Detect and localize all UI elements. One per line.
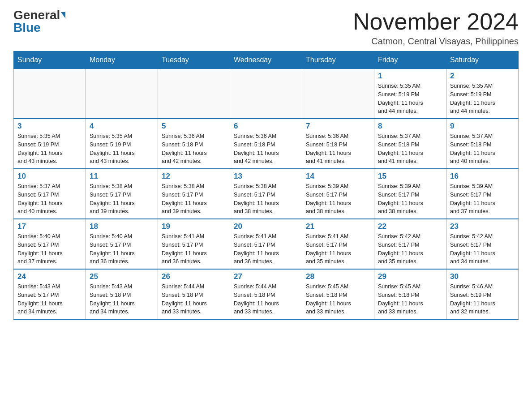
calendar-cell: 11Sunrise: 5:38 AM Sunset: 5:17 PM Dayli…: [86, 169, 158, 219]
calendar-cell: 29Sunrise: 5:45 AM Sunset: 5:18 PM Dayli…: [374, 269, 446, 319]
day-info: Sunrise: 5:39 AM Sunset: 5:17 PM Dayligh…: [450, 182, 515, 216]
calendar-cell: [302, 69, 374, 119]
calendar-cell: 13Sunrise: 5:38 AM Sunset: 5:17 PM Dayli…: [230, 169, 302, 219]
day-info: Sunrise: 5:45 AM Sunset: 5:18 PM Dayligh…: [306, 283, 370, 316]
day-info: Sunrise: 5:37 AM Sunset: 5:18 PM Dayligh…: [378, 132, 442, 166]
day-info: Sunrise: 5:43 AM Sunset: 5:18 PM Dayligh…: [90, 283, 154, 316]
calendar-cell: 25Sunrise: 5:43 AM Sunset: 5:18 PM Dayli…: [86, 269, 158, 319]
day-info: Sunrise: 5:35 AM Sunset: 5:19 PM Dayligh…: [450, 82, 515, 116]
day-number: 22: [378, 222, 442, 231]
day-number: 24: [17, 272, 82, 281]
week-row-4: 17Sunrise: 5:40 AM Sunset: 5:17 PM Dayli…: [14, 219, 519, 269]
calendar-cell: 15Sunrise: 5:39 AM Sunset: 5:17 PM Dayli…: [374, 169, 446, 219]
header-wednesday: Wednesday: [230, 51, 302, 69]
day-number: 16: [450, 172, 515, 181]
day-number: 21: [306, 222, 370, 231]
calendar-cell: 12Sunrise: 5:38 AM Sunset: 5:17 PM Dayli…: [158, 169, 230, 219]
day-info: Sunrise: 5:46 AM Sunset: 5:19 PM Dayligh…: [450, 283, 515, 316]
calendar-cell: 8Sunrise: 5:37 AM Sunset: 5:18 PM Daylig…: [374, 119, 446, 169]
day-info: Sunrise: 5:38 AM Sunset: 5:17 PM Dayligh…: [234, 182, 298, 216]
day-info: Sunrise: 5:36 AM Sunset: 5:18 PM Dayligh…: [306, 132, 370, 166]
day-info: Sunrise: 5:41 AM Sunset: 5:17 PM Dayligh…: [306, 232, 370, 266]
day-info: Sunrise: 5:35 AM Sunset: 5:19 PM Dayligh…: [378, 82, 442, 116]
logo: General Blue: [13, 9, 65, 34]
calendar-cell: [14, 69, 86, 119]
calendar-cell: 22Sunrise: 5:42 AM Sunset: 5:17 PM Dayli…: [374, 219, 446, 269]
title-section: November 2024 Catmon, Central Visayas, P…: [353, 9, 519, 47]
calendar-cell: 30Sunrise: 5:46 AM Sunset: 5:19 PM Dayli…: [446, 269, 519, 319]
day-number: 18: [90, 222, 154, 231]
day-info: Sunrise: 5:37 AM Sunset: 5:18 PM Dayligh…: [450, 132, 515, 166]
day-info: Sunrise: 5:42 AM Sunset: 5:17 PM Dayligh…: [450, 232, 515, 266]
day-number: 3: [17, 122, 82, 131]
day-number: 19: [162, 222, 226, 231]
week-row-3: 10Sunrise: 5:37 AM Sunset: 5:17 PM Dayli…: [14, 169, 519, 219]
day-info: Sunrise: 5:40 AM Sunset: 5:17 PM Dayligh…: [90, 232, 154, 266]
day-info: Sunrise: 5:35 AM Sunset: 5:19 PM Dayligh…: [90, 132, 154, 166]
day-number: 13: [234, 172, 298, 181]
day-number: 25: [90, 272, 154, 281]
calendar-cell: 10Sunrise: 5:37 AM Sunset: 5:17 PM Dayli…: [14, 169, 86, 219]
day-number: 14: [306, 172, 370, 181]
calendar-cell: 28Sunrise: 5:45 AM Sunset: 5:18 PM Dayli…: [302, 269, 374, 319]
day-number: 28: [306, 272, 370, 281]
day-info: Sunrise: 5:38 AM Sunset: 5:17 PM Dayligh…: [162, 182, 226, 216]
day-number: 15: [378, 172, 442, 181]
calendar-body: 1Sunrise: 5:35 AM Sunset: 5:19 PM Daylig…: [14, 69, 519, 320]
calendar-cell: 4Sunrise: 5:35 AM Sunset: 5:19 PM Daylig…: [86, 119, 158, 169]
day-info: Sunrise: 5:41 AM Sunset: 5:17 PM Dayligh…: [162, 232, 226, 266]
calendar-cell: 5Sunrise: 5:36 AM Sunset: 5:18 PM Daylig…: [158, 119, 230, 169]
day-info: Sunrise: 5:40 AM Sunset: 5:17 PM Dayligh…: [17, 232, 82, 266]
location: Catmon, Central Visayas, Philippines: [353, 36, 519, 47]
day-info: Sunrise: 5:39 AM Sunset: 5:17 PM Dayligh…: [378, 182, 442, 216]
day-number: 26: [162, 272, 226, 281]
day-number: 5: [162, 122, 226, 131]
day-number: 23: [450, 222, 515, 231]
day-info: Sunrise: 5:44 AM Sunset: 5:18 PM Dayligh…: [162, 283, 226, 316]
calendar-cell: 16Sunrise: 5:39 AM Sunset: 5:17 PM Dayli…: [446, 169, 519, 219]
page-header: General Blue November 2024 Catmon, Centr…: [13, 9, 519, 47]
calendar-cell: 18Sunrise: 5:40 AM Sunset: 5:17 PM Dayli…: [86, 219, 158, 269]
day-info: Sunrise: 5:45 AM Sunset: 5:18 PM Dayligh…: [378, 283, 442, 316]
day-info: Sunrise: 5:41 AM Sunset: 5:17 PM Dayligh…: [234, 232, 298, 266]
calendar-cell: 20Sunrise: 5:41 AM Sunset: 5:17 PM Dayli…: [230, 219, 302, 269]
day-number: 29: [378, 272, 442, 281]
calendar-cell: [86, 69, 158, 119]
day-number: 17: [17, 222, 82, 231]
header-monday: Monday: [86, 51, 158, 69]
day-info: Sunrise: 5:44 AM Sunset: 5:18 PM Dayligh…: [234, 283, 298, 316]
calendar-cell: 2Sunrise: 5:35 AM Sunset: 5:19 PM Daylig…: [446, 69, 519, 119]
calendar-cell: [230, 69, 302, 119]
calendar-cell: [158, 69, 230, 119]
week-row-1: 1Sunrise: 5:35 AM Sunset: 5:19 PM Daylig…: [14, 69, 519, 119]
calendar-cell: 17Sunrise: 5:40 AM Sunset: 5:17 PM Dayli…: [14, 219, 86, 269]
calendar-cell: 7Sunrise: 5:36 AM Sunset: 5:18 PM Daylig…: [302, 119, 374, 169]
calendar-cell: 26Sunrise: 5:44 AM Sunset: 5:18 PM Dayli…: [158, 269, 230, 319]
week-row-2: 3Sunrise: 5:35 AM Sunset: 5:19 PM Daylig…: [14, 119, 519, 169]
calendar-cell: 3Sunrise: 5:35 AM Sunset: 5:19 PM Daylig…: [14, 119, 86, 169]
calendar-cell: 6Sunrise: 5:36 AM Sunset: 5:18 PM Daylig…: [230, 119, 302, 169]
calendar-cell: 24Sunrise: 5:43 AM Sunset: 5:17 PM Dayli…: [14, 269, 86, 319]
day-number: 7: [306, 122, 370, 131]
day-info: Sunrise: 5:38 AM Sunset: 5:17 PM Dayligh…: [90, 182, 154, 216]
calendar-cell: 1Sunrise: 5:35 AM Sunset: 5:19 PM Daylig…: [374, 69, 446, 119]
logo-blue-text: Blue: [13, 21, 41, 34]
calendar-cell: 19Sunrise: 5:41 AM Sunset: 5:17 PM Dayli…: [158, 219, 230, 269]
logo-triangle-icon: [61, 12, 65, 18]
day-number: 1: [378, 72, 442, 81]
day-number: 27: [234, 272, 298, 281]
calendar-cell: 23Sunrise: 5:42 AM Sunset: 5:17 PM Dayli…: [446, 219, 519, 269]
day-number: 11: [90, 172, 154, 181]
header-friday: Friday: [374, 51, 446, 69]
header-sunday: Sunday: [14, 51, 86, 69]
day-info: Sunrise: 5:42 AM Sunset: 5:17 PM Dayligh…: [378, 232, 442, 266]
day-info: Sunrise: 5:36 AM Sunset: 5:18 PM Dayligh…: [234, 132, 298, 166]
day-info: Sunrise: 5:43 AM Sunset: 5:17 PM Dayligh…: [17, 283, 82, 316]
calendar-header: SundayMondayTuesdayWednesdayThursdayFrid…: [14, 51, 519, 69]
day-number: 4: [90, 122, 154, 131]
day-info: Sunrise: 5:35 AM Sunset: 5:19 PM Dayligh…: [17, 132, 82, 166]
calendar-table: SundayMondayTuesdayWednesdayThursdayFrid…: [13, 51, 519, 320]
day-number: 30: [450, 272, 515, 281]
calendar-cell: 27Sunrise: 5:44 AM Sunset: 5:18 PM Dayli…: [230, 269, 302, 319]
day-number: 20: [234, 222, 298, 231]
